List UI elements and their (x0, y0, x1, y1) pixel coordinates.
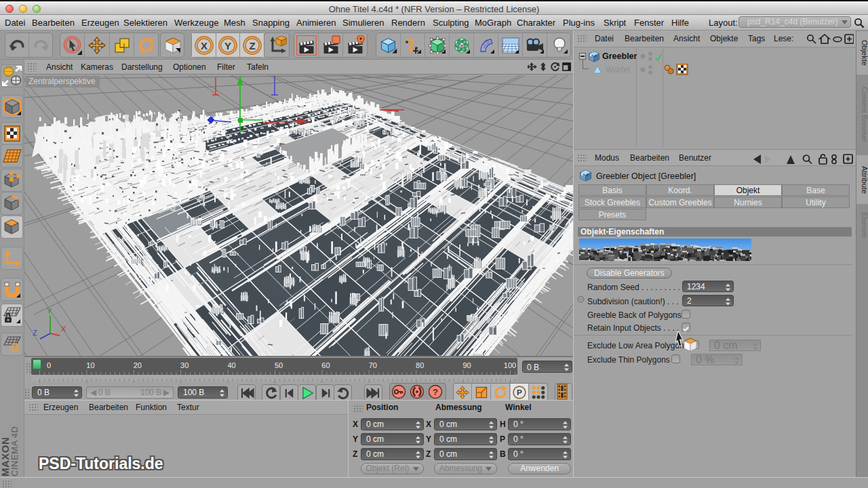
svg-text:X: X (200, 39, 207, 51)
svg-text:10: 10 (86, 361, 94, 369)
svg-text:Z: Z (33, 329, 37, 337)
svg-text:Y: Y (224, 39, 231, 51)
svg-text:Y: Y (47, 307, 52, 315)
svg-text:90: 90 (462, 361, 471, 369)
svg-text:60: 60 (321, 361, 330, 369)
svg-text:X: X (61, 325, 66, 333)
svg-text:20: 20 (134, 361, 142, 369)
svg-text:30: 30 (180, 361, 189, 369)
svg-text:0: 0 (47, 361, 51, 369)
svg-text:70: 70 (369, 361, 377, 369)
svg-text:100: 100 (504, 361, 516, 369)
svg-text:80: 80 (416, 361, 424, 369)
svg-text:40: 40 (227, 361, 235, 369)
svg-text:50: 50 (275, 361, 283, 369)
svg-text:P: P (517, 388, 522, 397)
svg-text:?: ? (433, 387, 438, 397)
svg-text:Z: Z (249, 39, 255, 51)
